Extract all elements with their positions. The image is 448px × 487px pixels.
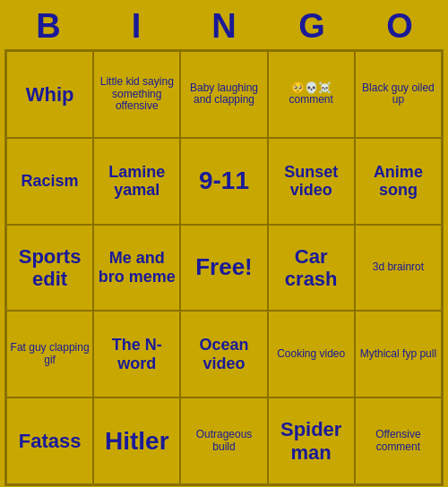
table-row: 3d brainrot (355, 225, 442, 312)
cell-text-4: Black guy oiled up (358, 82, 438, 107)
table-row: Racism (6, 138, 93, 225)
cell-text-5: Racism (22, 172, 79, 191)
letter-g: G (271, 7, 352, 46)
cell-text-15: Fat guy clapping gif (10, 342, 90, 367)
letter-o: O (359, 7, 440, 46)
table-row: Anime song (355, 138, 442, 225)
cell-text-9: Anime song (358, 163, 438, 200)
cell-text-16: The N-word (97, 336, 177, 372)
cell-text-21: Hitler (105, 427, 169, 456)
cell-text-3: 🥺💀☠️ comment (271, 82, 351, 107)
table-row: Free! (180, 225, 267, 312)
table-row: Lamine yamal (93, 138, 180, 225)
letter-n: N (184, 7, 264, 46)
table-row: Fat guy clapping gif (6, 311, 93, 397)
cell-text-8: Sunset video (271, 163, 351, 200)
table-row: 9-11 (180, 138, 267, 225)
table-row: Sports edit (6, 225, 93, 312)
table-row: Fatass (6, 397, 93, 484)
cell-text-12: Free! (195, 254, 253, 281)
table-row: Baby laughing and clapping (180, 51, 267, 138)
table-row: Offensive comment (355, 397, 442, 484)
cell-text-19: Mythical fyp pull (360, 348, 436, 361)
table-row: Spider man (268, 397, 355, 484)
cell-text-22: Outrageous build (184, 429, 263, 454)
table-row: Whip (6, 51, 93, 138)
table-row: 🥺💀☠️ comment (268, 51, 355, 138)
cell-text-10: Sports edit (10, 245, 90, 291)
table-row: Car crash (268, 225, 355, 312)
table-row: Outrageous build (180, 397, 267, 484)
cell-text-23: Spider man (271, 418, 351, 464)
cell-text-13: Car crash (271, 245, 351, 291)
table-row: Sunset video (268, 138, 355, 225)
table-row: Little kid saying something offensive (93, 51, 180, 138)
cell-text-6: Lamine yamal (97, 163, 177, 200)
cell-text-1: Little kid saying something offensive (97, 76, 177, 113)
table-row: Black guy oiled up (355, 51, 442, 138)
table-row: The N-word (93, 311, 180, 397)
table-row: Cooking video (268, 311, 355, 397)
cell-text-18: Cooking video (277, 348, 345, 361)
cell-text-14: 3d brainrot (373, 261, 424, 274)
table-row: Hitler (93, 397, 180, 484)
cell-text-11: Me and bro meme (97, 249, 177, 286)
cell-text-2: Baby laughing and clapping (184, 82, 263, 107)
letter-b: B (8, 7, 89, 46)
cell-text-17: Ocean video (184, 336, 263, 372)
cell-text-24: Offensive comment (358, 429, 438, 454)
letter-i: I (96, 7, 177, 46)
cell-text-7: 9-11 (199, 167, 249, 195)
cell-text-0: Whip (26, 83, 74, 106)
table-row: Mythical fyp pull (355, 311, 442, 397)
cell-text-20: Fatass (19, 430, 82, 452)
table-row: Me and bro meme (93, 225, 180, 312)
bingo-header: B I N G O (4, 0, 444, 49)
table-row: Ocean video (180, 311, 267, 397)
bingo-grid: WhipLittle kid saying something offensiv… (4, 49, 444, 486)
